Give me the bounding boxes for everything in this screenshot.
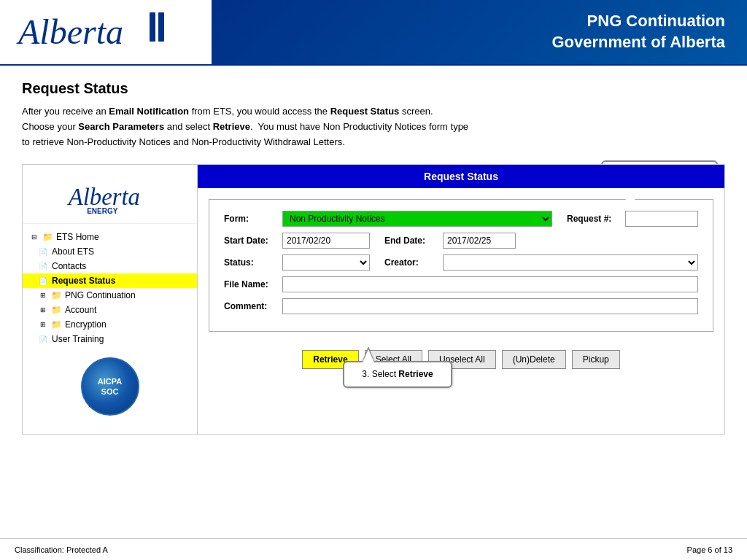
tree-item-contacts[interactable]: 📄 Contacts bbox=[23, 259, 197, 273]
form-row-2: Start Date: End Date: bbox=[224, 233, 698, 249]
request-hash-label: Request #: bbox=[567, 214, 625, 224]
form-row-4: File Name: bbox=[224, 276, 698, 292]
page-title: Request Status bbox=[22, 80, 725, 97]
button-row: Retrieve Select All Unselect All (Un)Del… bbox=[198, 343, 724, 376]
tree-item-png-continuation[interactable]: ⊞ 📁 PNG Continuation bbox=[23, 288, 197, 303]
start-date-input[interactable] bbox=[282, 233, 370, 249]
sim-sidebar: Alberta ENERGY ⊟ 📁 ETS Home 📄 About ETS … bbox=[22, 164, 197, 435]
svg-text:Alberta: Alberta bbox=[16, 12, 123, 51]
tree-item-ets-home[interactable]: ⊟ 📁 ETS Home bbox=[23, 230, 197, 244]
svg-text:ENERGY: ENERGY bbox=[87, 208, 118, 216]
tree-item-encryption[interactable]: ⊞ 📁 Encryption bbox=[23, 317, 197, 332]
end-date-input[interactable] bbox=[443, 233, 516, 249]
request-hash-input[interactable] bbox=[625, 211, 698, 227]
file-name-label: File Name: bbox=[224, 279, 282, 289]
header-title: PNG Continuation Government of Alberta bbox=[551, 11, 725, 52]
undelete-button[interactable]: (Un)Delete bbox=[502, 350, 566, 369]
callout-3: 3. Select Retrieve bbox=[343, 361, 452, 388]
start-date-label: Start Date: bbox=[224, 236, 282, 246]
classification-label: Classification: Protected A bbox=[15, 545, 108, 554]
pickup-button[interactable]: Pickup bbox=[572, 350, 620, 369]
sim-alberta-logo: Alberta ENERGY bbox=[66, 179, 154, 216]
creator-label: Creator: bbox=[384, 257, 443, 268]
tree-item-user-training[interactable]: 📄 User Training bbox=[23, 332, 197, 346]
form-row-5: Comment: bbox=[224, 298, 698, 314]
form-fields-area: Form: Non Productivity Notices Request #… bbox=[209, 199, 713, 332]
tree-item-account[interactable]: ⊞ 📁 Account bbox=[23, 303, 197, 317]
form-select[interactable]: Non Productivity Notices bbox=[282, 211, 552, 227]
sim-logo: Alberta ENERGY bbox=[23, 172, 197, 224]
aicpa-badge: AICPA SOC bbox=[81, 357, 139, 416]
screenshot-wrapper: 1. Select Request Status 2. Choose your … bbox=[22, 164, 725, 435]
svg-rect-1 bbox=[150, 12, 155, 42]
comment-label: Comment: bbox=[224, 301, 282, 311]
screenshot-area: Alberta ENERGY ⊟ 📁 ETS Home 📄 About ETS … bbox=[22, 164, 725, 435]
page-number: Page 6 of 13 bbox=[687, 545, 732, 554]
intro-paragraph: After you receive an Email Notification … bbox=[22, 104, 725, 149]
status-select[interactable] bbox=[282, 254, 370, 271]
tree-item-about-ets[interactable]: 📄 About ETS bbox=[23, 244, 197, 259]
page-header: Alberta PNG Continuation Government of A… bbox=[0, 0, 747, 66]
end-date-label: End Date: bbox=[384, 236, 443, 246]
footer: Classification: Protected A Page 6 of 13 bbox=[0, 538, 747, 560]
status-label: Status: bbox=[224, 257, 282, 268]
header-title-area: PNG Continuation Government of Alberta bbox=[212, 0, 747, 64]
file-name-input[interactable] bbox=[282, 276, 698, 292]
form-field-label: Form: bbox=[224, 214, 282, 224]
alberta-logo: Alberta bbox=[15, 9, 175, 56]
tree-item-request-status[interactable]: 📄 Request Status bbox=[23, 273, 197, 288]
main-content: Request Status After you receive an Emai… bbox=[0, 66, 747, 442]
comment-input[interactable] bbox=[282, 298, 698, 314]
sim-main: Request Status Form: Non Productivity No… bbox=[197, 164, 725, 435]
svg-text:Alberta: Alberta bbox=[66, 184, 139, 210]
creator-select[interactable] bbox=[443, 254, 698, 271]
form-title-bar: Request Status bbox=[198, 165, 724, 188]
form-row-3: Status: Creator: bbox=[224, 254, 698, 271]
header-logo: Alberta bbox=[0, 0, 212, 64]
svg-rect-2 bbox=[158, 12, 164, 42]
form-row-1: Form: Non Productivity Notices Request #… bbox=[224, 211, 698, 227]
